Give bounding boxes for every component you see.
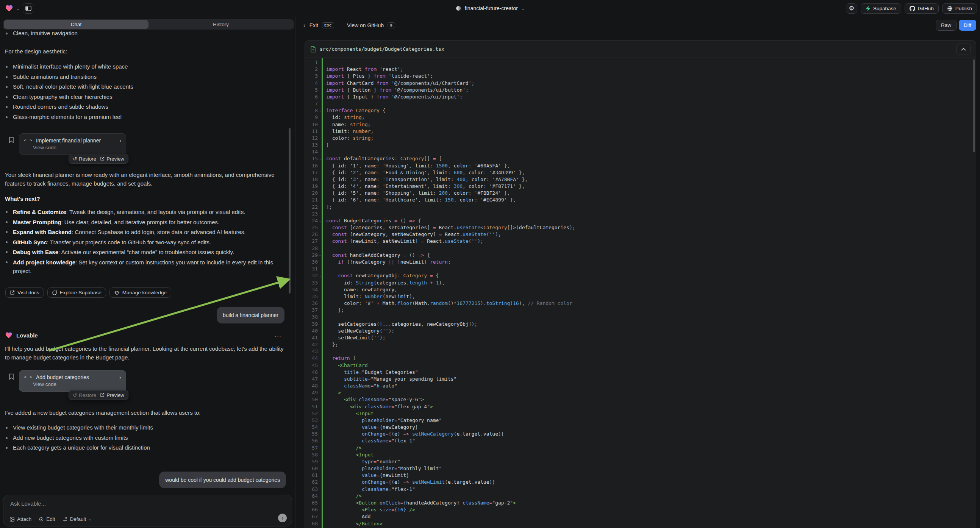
bookmark-icon[interactable]	[9, 137, 14, 155]
code-line: 33 id: String(categories.length + 1),	[305, 280, 976, 286]
globe-icon	[455, 5, 461, 11]
line-number: 53	[305, 417, 318, 424]
design-bullet-list: Minimalist interface with plenty of whit…	[0, 62, 134, 122]
image-icon	[10, 517, 15, 522]
line-number: 57	[305, 445, 318, 452]
code-line: 10 name: string;	[305, 121, 976, 128]
diff-toggle-button[interactable]: Diff	[959, 20, 976, 31]
restore-button[interactable]: ↺ Restore	[73, 156, 96, 162]
line-number: 64	[305, 493, 318, 499]
line-number: 65	[305, 499, 318, 506]
preview-label: Preview	[107, 156, 124, 162]
chevron-down-icon: ⌄	[88, 517, 92, 522]
view-code-link[interactable]: View code	[33, 145, 121, 150]
code-line: 4import ChartCard from '@/components/ui/…	[305, 80, 976, 87]
chat-input[interactable]	[10, 500, 237, 507]
raw-toggle-button[interactable]: Raw	[935, 20, 956, 31]
mode-select[interactable]: Default ⌄	[62, 516, 92, 522]
file-path-row[interactable]: src/components/budget/BudgetCategories.t…	[305, 41, 976, 58]
line-number: 35	[305, 293, 318, 300]
code-line: 24⌄const BudgetCategories = () => {	[305, 218, 976, 224]
code-line: 47 subtitle="Manage your spending limits…	[305, 376, 976, 383]
bookmark-icon[interactable]	[9, 374, 14, 392]
version-card-title: Add budget categories	[36, 374, 116, 380]
tab-history[interactable]: History	[148, 20, 293, 29]
line-number: 54	[305, 424, 318, 431]
line-number: 55	[305, 431, 318, 437]
line-number: 34	[305, 286, 318, 293]
line-number: 15	[305, 155, 318, 162]
chevron-left-icon[interactable]: ‹	[304, 22, 306, 29]
graduation-cap-icon	[114, 290, 120, 296]
version-card-add-budget-categories[interactable]: < > Add budget categories › View code	[19, 370, 126, 392]
code-line: 32⌄ const newCategoryObj: Category = {	[305, 272, 976, 279]
code-line: 38	[305, 313, 976, 320]
more-options-icon[interactable]: ···	[275, 332, 282, 339]
line-number: 29	[305, 252, 318, 259]
code-line: 41 setNewLimit('');	[305, 334, 976, 341]
project-switcher[interactable]: financial-future-creator ⌄	[455, 0, 525, 17]
line-number: 45	[305, 362, 318, 369]
version-card-implement-financial-planner[interactable]: < > Implement financial planner › View c…	[19, 133, 126, 155]
code-line: 68 </Button>	[305, 520, 976, 527]
chevron-down-icon[interactable]: ⌄	[16, 6, 20, 11]
line-number: 8	[305, 107, 318, 114]
bullet-item: Rounded corners and subtle shadows	[0, 102, 134, 112]
tab-chat[interactable]: Chat	[4, 20, 148, 29]
file-diff-card: src/components/budget/BudgetCategories.t…	[305, 40, 976, 528]
line-number: 27	[305, 238, 318, 245]
editor-header: ‹ Exit ESC View on GitHub G Raw Diff	[296, 17, 980, 33]
code-line: 14	[305, 148, 976, 155]
design-heading: For the design aesthetic:	[5, 47, 67, 56]
preview-button[interactable]: Preview	[100, 393, 124, 398]
restore-button[interactable]: ↺ Restore	[73, 393, 96, 398]
send-button[interactable]: ↑	[278, 514, 287, 522]
line-number: 52	[305, 410, 318, 417]
chat-scrollbar[interactable]	[289, 128, 291, 294]
github-button[interactable]: GitHub	[905, 3, 939, 14]
code-scrollbar[interactable]	[973, 59, 975, 152]
attach-label: Attach	[17, 516, 32, 522]
bullet-item: Each category gets a unique color for vi…	[0, 443, 153, 453]
preview-button[interactable]: Preview	[100, 156, 124, 162]
restore-label: Restore	[79, 156, 96, 162]
view-code-link[interactable]: View code	[33, 382, 121, 387]
attach-button[interactable]: Attach	[10, 516, 32, 522]
project-name: financial-future-creator	[465, 5, 518, 11]
line-number: 36	[305, 300, 318, 307]
line-number: 2	[305, 66, 318, 73]
visit-docs-button[interactable]: Visit docs	[5, 288, 44, 298]
code-line: 9 id: string;	[305, 114, 976, 121]
code-area[interactable]: 12import React from 'react';3import { Pl…	[305, 58, 976, 528]
code-line: 22];	[305, 204, 976, 211]
line-number: 42	[305, 341, 318, 348]
code-line: 49 >	[305, 390, 976, 396]
supabase-bolt-icon	[865, 6, 870, 11]
edit-button[interactable]: Edit	[39, 516, 55, 522]
code-line: 58 <Input	[305, 452, 976, 458]
lovable-logo-icon[interactable]	[5, 4, 13, 13]
code-line: 30 if (!newCategory || !newLimit) return…	[305, 259, 976, 266]
settings-button[interactable]: ⚙	[846, 3, 857, 14]
chevron-right-icon: ›	[119, 137, 121, 143]
toggle-sidebar-button[interactable]	[23, 3, 34, 14]
explore-supabase-button[interactable]: Explore Supabase	[47, 288, 106, 298]
code-line: 2import React from 'react';	[305, 66, 976, 73]
g-key-badge: G	[388, 22, 395, 29]
line-number: 38	[305, 313, 318, 320]
line-number: 63	[305, 486, 318, 493]
exit-button[interactable]: Exit	[310, 22, 318, 29]
collapse-file-button[interactable]	[956, 44, 970, 55]
view-on-github-button[interactable]: View on GitHub	[347, 22, 384, 29]
line-number: 51	[305, 403, 318, 410]
line-number: 43	[305, 348, 318, 355]
line-number: 66	[305, 506, 318, 513]
supabase-button[interactable]: Supabase	[861, 3, 901, 14]
publish-button[interactable]: Publish	[942, 3, 977, 14]
assistant-summary: Your sleek financial planner is now read…	[5, 170, 285, 188]
code-line: 60 placeholder="Monthly limit"	[305, 465, 976, 472]
manage-knowledge-button[interactable]: Manage knowledge	[110, 288, 171, 298]
restore-icon: ↺	[73, 156, 77, 162]
esc-key-badge: ESC	[322, 22, 334, 29]
external-link-icon	[100, 156, 105, 161]
